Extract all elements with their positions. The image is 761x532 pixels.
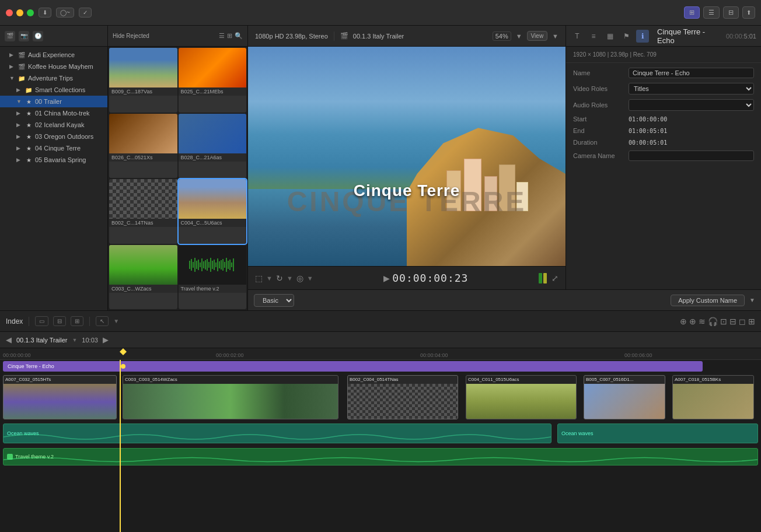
info-inspector-icon[interactable]: ℹ xyxy=(636,30,649,43)
view-detail-button[interactable]: ⊟ xyxy=(723,6,739,19)
thumbnail-b028[interactable]: B028_C...21A6as xyxy=(179,114,247,178)
audio-roles-select[interactable] xyxy=(629,99,754,111)
library-icon[interactable]: 🎬 xyxy=(5,31,15,41)
tl-merge-button[interactable]: ⊞ xyxy=(71,316,83,326)
sidebar-item-adventure[interactable]: ▼ 📁 Adventure Trips xyxy=(0,72,107,84)
sidebar-item-04-cinque[interactable]: ▶ ★ 04 Cinque Terre xyxy=(0,142,107,154)
play-button[interactable]: ▶ xyxy=(383,274,390,283)
tl-solo-icon[interactable]: ⊡ xyxy=(720,317,727,326)
name-input[interactable] xyxy=(629,68,754,78)
tl-clip-audio-icon[interactable]: ◻ xyxy=(739,317,746,326)
effects-button[interactable]: ◎ xyxy=(296,274,303,283)
svg-rect-25 xyxy=(233,258,234,271)
sidebar-item-05-bavaria[interactable]: ▶ ★ 05 Bavaria Spring xyxy=(0,154,107,166)
index-label[interactable]: Index xyxy=(6,317,23,326)
tl-split-button[interactable]: ⊟ xyxy=(53,316,66,326)
ruler-mark-0: 00:00:00:00 xyxy=(3,352,31,358)
tl-zoom-in-icon[interactable]: ⊕ xyxy=(689,317,696,326)
export-button[interactable]: ⬆ xyxy=(742,6,755,19)
viewer-toolbar: 1080p HD 23.98p, Stereo 🎬 00.1.3 Italy T… xyxy=(248,26,565,47)
list-view-icon[interactable]: ☰ xyxy=(219,32,225,40)
video-clip-1[interactable]: A007_C032_0515HTs xyxy=(3,375,117,419)
thumbnail-b025[interactable]: B025_C...21MEbs xyxy=(179,48,247,113)
sidebar-toolbar: 🎬 📷 🕐 xyxy=(0,26,107,47)
grid-view-icon[interactable]: ⊞ xyxy=(227,32,232,40)
hide-rejected-label[interactable]: Hide Rejected xyxy=(113,33,217,39)
video-roles-select[interactable]: Titles xyxy=(629,83,754,94)
apply-custom-name-button[interactable]: Apply Custom Name xyxy=(671,295,745,306)
video-clip-2[interactable]: C003_C003_0514WZacs xyxy=(123,375,338,419)
list-inspector-icon[interactable]: ≡ xyxy=(587,30,600,43)
tl-prev-button[interactable]: ◀ xyxy=(6,335,12,344)
travel-theme-clip[interactable]: Travel theme v.2 xyxy=(3,448,758,466)
svg-rect-15 xyxy=(215,262,217,267)
thumbnail-c004[interactable]: C004_C...5U6acs xyxy=(179,179,247,244)
fullscreen-icon[interactable]: ⤢ xyxy=(551,274,558,283)
svg-rect-20 xyxy=(224,262,225,268)
video-clip-6[interactable]: A007_C018_0515BKs xyxy=(672,375,754,419)
view-list-button[interactable]: ☰ xyxy=(703,6,720,19)
ocean-waves-clip-2[interactable]: Ocean waves xyxy=(557,424,758,443)
inspector-toolbar: T ≡ ▦ ⚑ ℹ Cinque Terre - Echo 00:00:5:01 xyxy=(566,26,761,47)
text-inspector-icon[interactable]: T xyxy=(571,30,584,43)
sidebar-item-00-trailer[interactable]: ▼ ★ 00 Trailer xyxy=(0,96,107,107)
check-button[interactable]: ✓ xyxy=(79,8,92,18)
ocean-waves-clip-1[interactable]: Ocean waves xyxy=(3,424,551,443)
arrow-icon: ▶ xyxy=(16,145,22,151)
sidebar-item-01-china[interactable]: ▶ ★ 01 China Moto-trek xyxy=(0,107,107,119)
view-grid-button[interactable]: ⊞ xyxy=(684,6,700,19)
camera-name-input[interactable] xyxy=(629,150,754,161)
video-clip-5[interactable]: B005_C007_0516D1... xyxy=(584,375,665,419)
timeline-nav: ◀ 00.1.3 Italy Trailer ▼ 10:03 ▶ xyxy=(0,332,761,348)
view-dropdown[interactable]: View xyxy=(527,31,548,41)
clip-header-2: C003_C003_0514WZacs xyxy=(123,376,338,384)
sidebar-item-audi[interactable]: ▶ 🎬 Audi Experience xyxy=(0,49,107,61)
clock-icon[interactable]: 🕐 xyxy=(33,31,43,41)
camera-icon[interactable]: 📷 xyxy=(19,31,29,41)
field-camera-name: Camera Name xyxy=(573,150,754,161)
minimize-button[interactable] xyxy=(16,9,23,16)
title-clip[interactable]: Cinque Terre - Echo xyxy=(3,361,703,372)
thumbnail-b002[interactable]: B002_C...14TNas xyxy=(109,179,177,244)
tl-mono-button[interactable]: ▭ xyxy=(35,316,48,326)
flag-inspector-icon[interactable]: ⚑ xyxy=(620,30,633,43)
browser-panel: Hide Rejected ☰ ⊞ 🔍 B009_C...187Vas B025… xyxy=(108,26,248,310)
sidebar-item-koffee[interactable]: ▶ 🎬 Koffee House Mayhem xyxy=(0,61,107,72)
thumbnail-c003[interactable]: C003_C...WZacs xyxy=(109,245,177,310)
sidebar-item-smart-collections[interactable]: ▶ 📁 Smart Collections xyxy=(0,84,107,96)
tl-expand-icon[interactable]: ⊞ xyxy=(748,317,755,326)
timeline-tracks: Cinque Terre - Echo A007_C032_0515HTs C0… xyxy=(0,360,761,532)
zoom-label[interactable]: 54% xyxy=(493,32,511,41)
thumbnail-b026[interactable]: B026_C...0521Xs xyxy=(109,114,177,178)
svg-rect-2 xyxy=(193,262,194,268)
timeline-panel: Index ▭ ⊟ ⊞ ↖ ▼ ⊕ ⊕ ≋ 🎧 ⊡ ⊟ ◻ ⊞ ◀ 00.1.3… xyxy=(0,310,761,532)
close-button[interactable] xyxy=(6,9,13,16)
tl-waveform-icon[interactable]: ≋ xyxy=(699,317,706,326)
browser-toolbar: Hide Rejected ☰ ⊞ 🔍 xyxy=(108,26,247,47)
svg-rect-24 xyxy=(231,262,232,267)
tl-next-button[interactable]: ▶ xyxy=(103,335,109,344)
undo-button[interactable]: ◯~ xyxy=(56,8,74,18)
video-clip-4[interactable]: C004_C011_0515U6acs xyxy=(466,375,577,419)
tl-zoom-out-icon[interactable]: ⊕ xyxy=(680,317,687,326)
svg-rect-10 xyxy=(207,259,208,271)
thumbnail-b009[interactable]: B009_C...187Vas xyxy=(109,48,177,113)
thumbnail-travel[interactable]: Travel theme v.2 xyxy=(179,245,247,310)
sidebar-item-02-iceland[interactable]: ▶ ★ 02 Iceland Kayak xyxy=(0,119,107,131)
tl-nav-dropdown[interactable]: ▼ xyxy=(72,337,77,343)
grid-inspector-icon[interactable]: ▦ xyxy=(603,30,616,43)
clip-header-1: A007_C032_0515HTs xyxy=(4,376,116,384)
thumb-label: C004_C...5U6acs xyxy=(179,219,247,227)
tl-select-button[interactable]: ↖ xyxy=(96,316,109,326)
basic-dropdown[interactable]: Basic xyxy=(254,294,294,307)
video-clip-3[interactable]: B002_C004_0514TNas xyxy=(347,375,458,419)
aspect-ratio-button[interactable]: ⬚ xyxy=(255,274,263,283)
thumb-image xyxy=(179,114,247,153)
transform-button[interactable]: ↻ xyxy=(276,274,283,283)
fullscreen-button[interactable] xyxy=(27,9,34,16)
tl-mute-icon[interactable]: ⊟ xyxy=(729,317,736,326)
tl-headphones-icon[interactable]: 🎧 xyxy=(708,317,718,326)
search-icon[interactable]: 🔍 xyxy=(235,32,243,40)
sidebar-item-03-oregon[interactable]: ▶ ★ 03 Oregon Outdoors xyxy=(0,131,107,142)
import-button[interactable]: ⬇ xyxy=(39,8,51,18)
